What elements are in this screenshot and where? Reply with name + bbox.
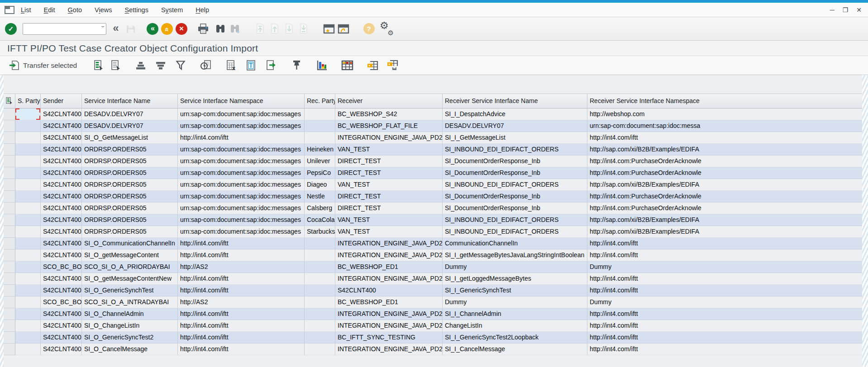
back-button[interactable]: « <box>145 21 160 37</box>
table-row[interactable]: S42CLNT400ORDRSP.ORDERS05urn:sap-com:doc… <box>4 214 862 226</box>
grid-cell[interactable]: DIRECT_TEST <box>335 167 443 179</box>
grid-cell[interactable]: INTEGRATION_ENGINE_JAVA_PD2 <box>335 273 443 285</box>
grid-cell[interactable]: DIRECT_TEST <box>335 202 443 214</box>
help-button[interactable]: ? <box>362 21 376 37</box>
grid-cell[interactable]: http://webshop.com <box>587 108 862 120</box>
row-selector-cell[interactable] <box>4 132 15 144</box>
table-row[interactable]: S42CLNT400DESADV.DELVRY07urn:sap-com:doc… <box>4 120 862 132</box>
grid-cell[interactable]: http://int4.com/iftt <box>587 132 862 144</box>
grid-cell[interactable]: BC_WEBSHOP_ED1 <box>335 296 443 308</box>
find-button[interactable] <box>213 21 228 37</box>
grid-cell[interactable] <box>15 332 41 343</box>
print-preview-button[interactable] <box>199 58 213 73</box>
print-button[interactable] <box>196 21 210 37</box>
grid-cell[interactable] <box>305 249 335 261</box>
table-row[interactable]: S42CLNT400ORDRSP.ORDERS05urn:sap-com:doc… <box>4 155 862 167</box>
row-selector-cell[interactable] <box>4 308 15 320</box>
grid-cell[interactable]: S42CLNT400 <box>41 238 82 249</box>
cancel-button[interactable]: ✕ <box>174 21 189 37</box>
row-selector-cell[interactable] <box>4 120 15 132</box>
new-session-button[interactable]: ★ <box>322 21 336 37</box>
system-menu-icon[interactable] <box>5 6 14 14</box>
grid-cell[interactable] <box>15 308 41 320</box>
grid-cell[interactable] <box>305 238 335 249</box>
grid-cell[interactable]: SI_I_GetMessageList <box>443 132 587 144</box>
grid-cell[interactable] <box>305 320 335 332</box>
grid-cell[interactable] <box>305 132 335 144</box>
table-row[interactable]: SCO_BC_BOASCO_SI_O_A_PRIORDAYBAIhttp://A… <box>4 261 862 273</box>
grid-cell[interactable]: S42CLNT400 <box>41 132 82 144</box>
grid-view-button[interactable] <box>340 58 354 73</box>
grid-cell[interactable]: urn:sap-com:document:sap:idoc:messa <box>587 120 862 132</box>
grid-cell[interactable]: Dummy <box>443 296 587 308</box>
grid-cell[interactable]: http://int4.com/iftt <box>587 249 862 261</box>
grid-cell[interactable]: VAN_TEST <box>335 226 443 238</box>
close-icon[interactable]: ✕ <box>856 7 862 13</box>
grid-cell[interactable]: urn:sap-com:document:sap:idoc:messages <box>178 202 305 214</box>
grid-cell[interactable]: http://int4.com:PurchaseOrderAcknowle <box>587 191 862 202</box>
grid-cell[interactable]: SI_O_ChannelAdmin <box>82 308 178 320</box>
grid-cell[interactable]: ORDRSP.ORDERS05 <box>82 144 178 155</box>
customize-layout-button[interactable]: ⚙ ⚙ <box>380 21 394 37</box>
grid-cell[interactable]: SI_O_GetMessageList <box>82 132 178 144</box>
grid-cell[interactable]: http://sap.com/xi/B2B/Examples/EDIFA <box>587 144 862 155</box>
menu-settings[interactable]: Settings <box>124 6 148 14</box>
grid-cell[interactable]: Unilever <box>305 155 335 167</box>
grid-cell[interactable]: http://int4.com/iftt <box>178 308 305 320</box>
first-page-button[interactable] <box>253 21 267 37</box>
grid-cell[interactable]: urn:sap-com:document:sap:idoc:messages <box>178 120 305 132</box>
table-row[interactable]: S42CLNT400SI_O_getMessageContenthttp://i… <box>4 249 862 261</box>
grid-cell[interactable]: SI_O_ChangeListIn <box>82 320 178 332</box>
continue-button[interactable]: ✓ <box>4 21 18 37</box>
grid-cell[interactable] <box>305 285 335 296</box>
collapse-command-field-button[interactable]: « <box>109 21 124 37</box>
restore-icon[interactable]: ❐ <box>843 7 849 13</box>
table-row[interactable]: S42CLNT400SI_O_ChangeListInhttp://int4.c… <box>4 320 862 332</box>
deselect-all-button[interactable] <box>109 58 122 73</box>
grid-cell[interactable]: Heineken <box>305 144 335 155</box>
grid-cell[interactable]: Starbucks <box>305 226 335 238</box>
grid-cell[interactable] <box>15 226 41 238</box>
grid-cell[interactable]: S42CLNT400 <box>41 120 82 132</box>
grid-cell[interactable]: S42CLNT400 <box>41 308 82 320</box>
word-processing-button[interactable] <box>244 58 258 73</box>
grid-cell[interactable]: S42CLNT400 <box>41 273 82 285</box>
grid-cell[interactable]: http://int4.com/iftt <box>178 238 305 249</box>
table-row[interactable]: S42CLNT400SI_O_CancelMessagehttp://int4.… <box>4 343 862 355</box>
grid-cell[interactable]: SI_O_GenericSynchTest <box>82 285 178 296</box>
grid-cell[interactable]: http://int4.com/iftt <box>178 249 305 261</box>
grid-cell[interactable]: urn:sap-com:document:sap:idoc:messages <box>178 155 305 167</box>
grid-cell[interactable]: PepsiCo <box>305 167 335 179</box>
grid-cell[interactable]: SI_DocumentOrderResponse_Inb <box>443 155 587 167</box>
grid-cell[interactable]: ORDRSP.ORDERS05 <box>82 226 178 238</box>
row-selector-cell[interactable] <box>4 249 15 261</box>
grid-cell[interactable]: S42CLNT400 <box>41 191 82 202</box>
grid-cell[interactable]: S42CLNT400 <box>41 320 82 332</box>
row-selector-cell[interactable] <box>4 108 15 120</box>
row-selector-cell[interactable] <box>4 144 15 155</box>
last-page-button[interactable] <box>296 21 311 37</box>
grid-cell[interactable]: http://int4.com/iftt <box>178 320 305 332</box>
table-row[interactable]: S42CLNT400ORDRSP.ORDERS05urn:sap-com:doc… <box>4 202 862 214</box>
grid-cell[interactable]: urn:sap-com:document:sap:idoc:messages <box>178 167 305 179</box>
minimize-icon[interactable]: ─ <box>830 7 835 13</box>
grid-cell[interactable]: BC_WEBSHOP_S42 <box>335 108 443 120</box>
grid-cell[interactable]: DESADV.DELVRY07 <box>82 120 178 132</box>
grid-cell[interactable]: S42CLNT400 <box>41 167 82 179</box>
grid-cell[interactable]: SI_O_getMessageContent <box>82 249 178 261</box>
grid-cell[interactable]: CommunicationChannelIn <box>443 238 587 249</box>
grid-cell[interactable]: SCO_SI_O_A_PRIORDAYBAI <box>82 261 178 273</box>
grid-cell[interactable]: S42CLNT400 <box>41 179 82 191</box>
row-selector-cell[interactable] <box>4 320 15 332</box>
grid-cell[interactable]: SI_DocumentOrderResponse_Inb <box>443 167 587 179</box>
grid-cell[interactable] <box>15 261 41 273</box>
grid-cell[interactable] <box>305 308 335 320</box>
grid-cell[interactable]: INTEGRATION_ENGINE_JAVA_PD2 <box>335 308 443 320</box>
previous-page-button[interactable] <box>267 21 282 37</box>
grid-cell[interactable]: SCO_SI_O_A_INTRADAYBAI <box>82 296 178 308</box>
grid-cell[interactable]: urn:sap-com:document:sap:idoc:messages <box>178 191 305 202</box>
grid-cell[interactable]: S42CLNT400 <box>41 285 82 296</box>
grid-cell[interactable] <box>15 155 41 167</box>
grid-cell[interactable] <box>15 214 41 226</box>
grid-cell[interactable]: http://sap.com/xi/B2B/Examples/EDIFA <box>587 226 862 238</box>
